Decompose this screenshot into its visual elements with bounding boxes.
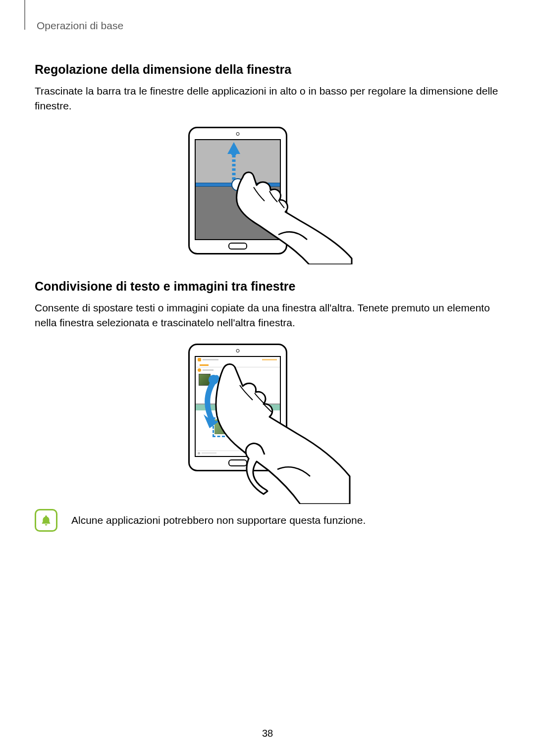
tablet-device-illustration (188, 344, 287, 471)
note-text: Alcune applicazioni potrebbero non suppo… (71, 514, 366, 526)
avatar-icon (198, 368, 201, 372)
footer-icon (198, 452, 200, 454)
section-body-share: Consente di spostare testi o immagini co… (35, 301, 500, 331)
page-number: 38 (0, 728, 535, 739)
header-actions (262, 359, 277, 360)
note-block: Alcune applicazioni potrebbero non suppo… (35, 509, 500, 532)
section-body-resize: Trascinate la barra tra le finestre dell… (35, 84, 500, 114)
section-title-share: Condivisione di testo e immagini tra fin… (35, 279, 500, 294)
header-rule (24, 0, 25, 30)
footer-text-placeholder (202, 453, 216, 454)
home-button-icon (228, 243, 247, 250)
active-tab-indicator (200, 364, 209, 366)
tablet-screen (195, 139, 281, 240)
list-row (196, 368, 280, 373)
camera-icon (236, 349, 240, 353)
app-footer (196, 451, 280, 456)
tablet-device-illustration (188, 127, 287, 254)
section-title-resize: Regolazione della dimensione della fines… (35, 62, 500, 77)
text-placeholder (203, 369, 214, 371)
bottom-pane (196, 185, 280, 239)
figure-resize-window (35, 127, 500, 258)
tab-bar (196, 363, 280, 367)
app-icon (198, 358, 201, 361)
camera-icon (236, 132, 240, 136)
title-placeholder (203, 359, 218, 360)
tablet-screen (195, 356, 281, 457)
drag-curve-arrow-icon (199, 375, 238, 434)
document-page: Operazioni di base Regolazione della dim… (0, 0, 535, 756)
figure-share-content (35, 344, 500, 497)
split-handle (231, 178, 244, 191)
svg-marker-0 (227, 142, 240, 155)
note-bell-icon (35, 509, 57, 532)
home-button-icon (228, 459, 247, 466)
breadcrumb: Operazioni di base (37, 20, 500, 32)
app-header (196, 357, 280, 363)
